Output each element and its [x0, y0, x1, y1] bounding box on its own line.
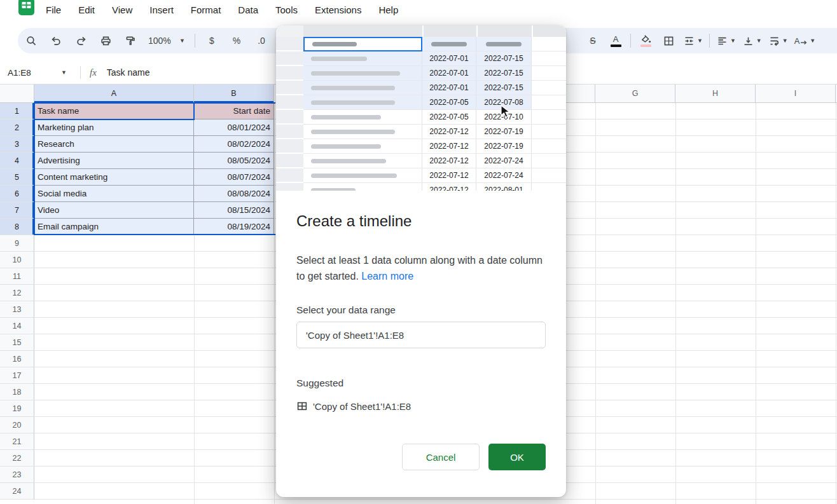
menu-data[interactable]: Data [238, 4, 258, 15]
text-rotation-button[interactable]: A ▼ [794, 32, 816, 50]
row-header-16[interactable]: 16 [0, 351, 34, 367]
cell-a5[interactable]: Content marketing [34, 169, 194, 186]
cell-b5[interactable]: 08/07/2024 [194, 169, 274, 186]
row-header-5[interactable]: 5 [0, 169, 34, 186]
undo-icon [50, 35, 62, 47]
column-header-i[interactable]: I [756, 85, 836, 102]
cell-a1[interactable]: Task name [34, 103, 194, 119]
currency-icon: $ [209, 36, 214, 46]
column-header-h[interactable]: H [675, 85, 756, 102]
row-header-2[interactable]: 2 [0, 119, 34, 136]
row-header-8[interactable]: 8 [0, 219, 34, 235]
cancel-button[interactable]: Cancel [402, 444, 480, 470]
cell-b8[interactable]: 08/19/2024 [194, 219, 274, 235]
cell-a6[interactable]: Social media [34, 186, 194, 202]
menu-insert[interactable]: Insert [149, 4, 174, 15]
horizontal-align-button[interactable]: ▼ [716, 32, 736, 50]
decrease-decimal-button[interactable]: .0 [253, 32, 270, 50]
row-headers: 1 2 3 4 5 6 7 8 9 10 11 12 13 14 15 16 1… [0, 103, 34, 500]
format-currency-button[interactable]: $ [204, 32, 220, 50]
row-header-4[interactable]: 4 [0, 153, 34, 169]
preview-data-row: 2022-07-05 2022-07-10 [303, 110, 566, 125]
chevron-down-icon: ▼ [810, 37, 815, 44]
google-sheets-app: File Edit View Insert Format Data Tools … [0, 0, 837, 504]
formula-input[interactable]: Task name [107, 67, 150, 78]
zoom-control[interactable]: 100% ▼ [147, 32, 186, 50]
cell-a3[interactable]: Research [34, 136, 194, 153]
menu-file[interactable]: File [46, 4, 61, 15]
cell-b2[interactable]: 08/01/2024 [194, 119, 274, 136]
strikethrough-icon: S [590, 36, 595, 46]
merge-cells-button[interactable]: ▼ [683, 32, 703, 50]
data-rows: Task name Start date Marketing plan 08/0… [34, 103, 274, 235]
menu-tools[interactable]: Tools [275, 4, 298, 15]
cell-b3[interactable]: 08/02/2024 [194, 136, 274, 153]
cell-a7[interactable]: Video [34, 202, 194, 219]
chevron-down-icon: ▼ [730, 37, 736, 44]
search-icon [25, 35, 38, 47]
name-box[interactable]: A1:E8 [0, 68, 61, 78]
cell-b7[interactable]: 08/15/2024 [194, 202, 274, 219]
name-box-caret-icon[interactable]: ▼ [61, 69, 80, 76]
vertical-align-button[interactable]: ▼ [742, 32, 762, 50]
row-header-23[interactable]: 23 [0, 467, 34, 483]
cell-a2[interactable]: Marketing plan [34, 119, 194, 136]
menu-extensions[interactable]: Extensions [315, 4, 361, 15]
gridline [274, 103, 275, 504]
preview-rows: 2022-07-01 2022-07-15 2022-07-01 2022-07… [303, 37, 566, 191]
cell-a8[interactable]: Email campaign [34, 219, 194, 235]
row-header-6[interactable]: 6 [0, 186, 34, 202]
cell-b1[interactable]: Start date [194, 103, 274, 119]
redo-button[interactable] [73, 32, 89, 50]
row-header-20[interactable]: 20 [0, 417, 34, 433]
menu-help[interactable]: Help [378, 4, 398, 15]
borders-button[interactable] [660, 32, 677, 50]
menu-edit[interactable]: Edit [78, 4, 95, 15]
row-header-18[interactable]: 18 [0, 384, 34, 400]
undo-button[interactable] [48, 32, 64, 50]
print-button[interactable] [97, 32, 114, 50]
row-header-24[interactable]: 24 [0, 483, 34, 500]
search-button[interactable] [23, 32, 39, 50]
preview-data-row: 2022-07-12 2022-07-24 [303, 154, 566, 168]
row-header-7[interactable]: 7 [0, 202, 34, 219]
data-range-input[interactable]: 'Copy of Sheet1'!A1:E8 [296, 322, 546, 348]
row-header-14[interactable]: 14 [0, 318, 34, 334]
sheets-logo-icon[interactable] [18, 0, 35, 16]
cell-b6[interactable]: 08/08/2024 [194, 186, 274, 202]
format-percent-button[interactable]: % [228, 32, 245, 50]
row-header-17[interactable]: 17 [0, 367, 34, 384]
rotation-arrow-icon [800, 39, 808, 46]
row-header-1[interactable]: 1 [0, 103, 34, 119]
column-header-b[interactable]: B [194, 85, 274, 102]
text-color-button[interactable]: A [607, 32, 624, 50]
cell-b4[interactable]: 08/05/2024 [194, 153, 274, 169]
row-header-12[interactable]: 12 [0, 285, 34, 301]
paint-format-button[interactable] [122, 32, 139, 50]
row-header-9[interactable]: 9 [0, 235, 34, 252]
ok-button[interactable]: OK [488, 444, 546, 470]
suggested-range-item[interactable]: 'Copy of Sheet1'!A1:E8 [296, 400, 546, 412]
table-row: Marketing plan 08/01/2024 [34, 119, 274, 136]
fill-color-button[interactable] [637, 32, 654, 50]
table-row: Research 08/02/2024 [34, 136, 274, 153]
row-header-22[interactable]: 22 [0, 450, 34, 467]
cell-a4[interactable]: Advertising [34, 153, 194, 169]
preview-data-row: 2022-07-12 2022-08-01 [303, 183, 566, 191]
row-header-11[interactable]: 11 [0, 268, 34, 285]
menu-format[interactable]: Format [191, 4, 221, 15]
row-header-15[interactable]: 15 [0, 334, 34, 351]
toolbar-divider [630, 34, 631, 48]
row-header-10[interactable]: 10 [0, 252, 34, 268]
learn-more-link[interactable]: Learn more [361, 271, 413, 282]
row-header-3[interactable]: 3 [0, 136, 34, 153]
select-all-corner[interactable] [0, 85, 34, 102]
strikethrough-button[interactable]: S [585, 32, 601, 50]
column-header-a[interactable]: A [34, 85, 194, 102]
menu-view[interactable]: View [112, 4, 132, 15]
row-header-13[interactable]: 13 [0, 301, 34, 318]
text-wrap-button[interactable]: ▼ [768, 32, 788, 50]
row-header-19[interactable]: 19 [0, 400, 34, 417]
column-header-g[interactable]: G [595, 85, 675, 102]
row-header-21[interactable]: 21 [0, 433, 34, 450]
